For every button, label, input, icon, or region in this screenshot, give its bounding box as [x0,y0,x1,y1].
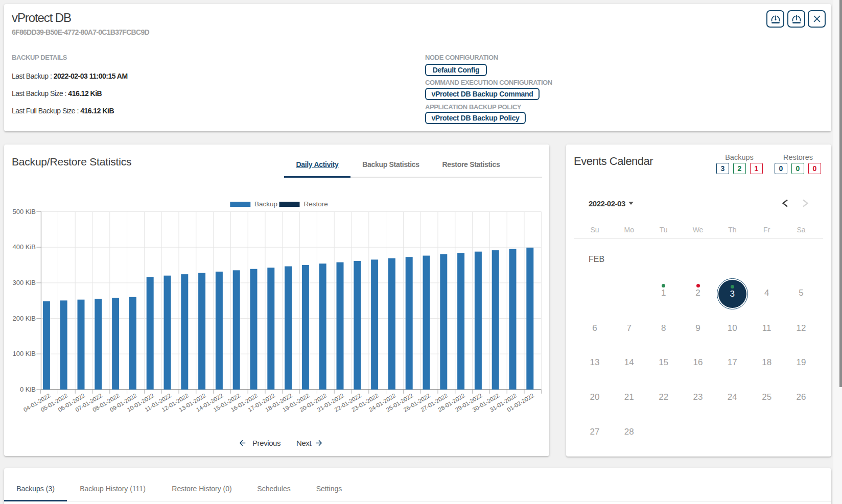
svg-text:300 KiB: 300 KiB [12,279,36,286]
svg-text:100 KiB: 100 KiB [12,350,36,357]
svg-text:400 KiB: 400 KiB [12,243,36,251]
svg-text:0 KiB: 0 KiB [20,386,36,393]
svg-text:Backup: Backup [254,200,277,208]
svg-text:Restore: Restore [304,200,328,208]
svg-text:200 KiB: 200 KiB [12,315,36,322]
svg-text:500 KiB: 500 KiB [12,208,36,215]
